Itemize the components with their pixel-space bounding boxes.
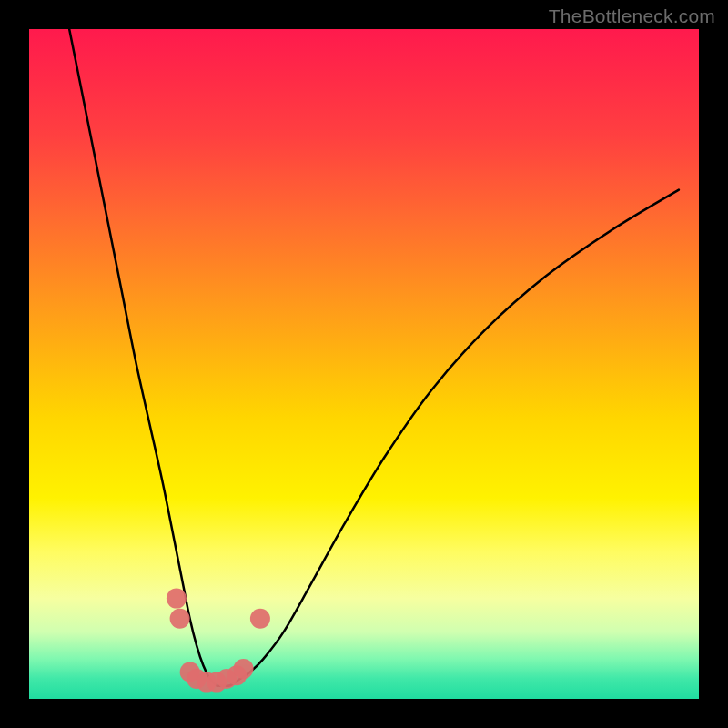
- watermark-text: TheBottleneck.com: [549, 5, 715, 27]
- chart-frame: TheBottleneck.com: [0, 0, 728, 728]
- highlight-marker: [234, 659, 254, 679]
- plot-area: [29, 29, 699, 699]
- highlight-marker: [170, 609, 190, 629]
- highlight-marker: [250, 609, 270, 629]
- bottleneck-curve-svg: [29, 29, 699, 699]
- highlight-marker: [167, 589, 187, 609]
- bottleneck-curve: [69, 29, 679, 686]
